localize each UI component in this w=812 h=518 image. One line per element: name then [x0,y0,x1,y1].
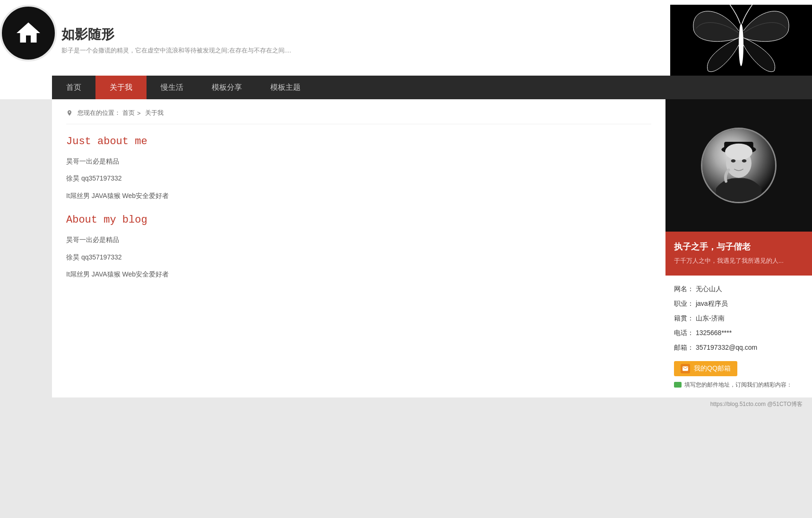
info-email-value: 357197332@qq.com [696,344,757,351]
sidebar-info: 网名： 无心山人 职业： java程序员 籍贯： 山东-济南 电话： 13256… [665,276,812,397]
info-email: 邮箱： 357197332@qq.com [674,343,803,353]
svg-point-7 [725,144,752,160]
nav-item-template-theme[interactable]: 模板主题 [256,76,315,99]
location-icon [66,110,73,116]
home-button[interactable] [0,5,57,61]
info-job: 职业： java程序员 [674,299,803,309]
about-blog-line-3: It屌丝男 JAVA猿猴 Web安全爱好者 [66,269,651,279]
about-blog-line-2: 徐昊 qq357197332 [66,252,651,262]
about-me-line-1: 昊哥一出必是精品 [66,156,651,166]
subscribe-row: 填写您的邮件地址，订阅我们的精彩内容： [674,381,803,389]
breadcrumb-current: 关于我 [145,109,164,117]
nav-item-template-share[interactable]: 模板分享 [198,76,256,99]
footer-watermark: https://blog.51cto.com @51CTO博客 [710,400,803,408]
site-description: 影子是一个会撒谎的精灵，它在虚空中流浪和等待被发现之间;在存在与不存在之间...… [61,46,661,55]
breadcrumb-separator: > [137,110,141,117]
avatar-svg [702,128,775,203]
subscribe-text: 填写您的邮件地址，订阅我们的精彩内容： [684,381,792,389]
subscribe-icon [674,382,682,388]
nav-item-about[interactable]: 关于我 [95,76,147,99]
section-title-about-me: Just about me [66,136,651,147]
qq-email-button[interactable]: 我的QQ邮箱 [674,361,737,376]
sidebar-quote-title: 执子之手，与子偕老 [674,241,803,252]
info-job-label: 职业： [674,300,694,307]
home-icon [14,19,43,47]
sidebar-profile-image [665,99,812,232]
section-about-me: Just about me 昊哥一出必是精品 徐昊 qq357197332 It… [66,136,651,201]
nav-bar: 首页 关于我 慢生活 模板分享 模板主题 [52,76,812,99]
info-phone: 电话： 1325668**** [674,328,803,338]
envelope-icon [682,365,689,372]
info-phone-label: 电话： [674,329,694,337]
info-hometown-value: 山东-济南 [696,314,725,322]
info-nickname-label: 网名： [674,285,694,293]
sidebar-quote: 执子之手，与子偕老 于千万人之中，我遇见了我所遇见的人... [665,232,812,276]
main-content: 您现在的位置： 首页 > 关于我 Just about me 昊哥一出必是精品 … [52,99,665,397]
breadcrumb-prefix: 您现在的位置： [78,109,121,117]
breadcrumb: 您现在的位置： 首页 > 关于我 [66,109,651,124]
avatar-placeholder [702,129,775,202]
svg-point-9 [742,159,747,163]
about-me-line-2: 徐昊 qq357197332 [66,173,651,183]
sidebar: 执子之手，与子偕老 于千万人之中，我遇见了我所遇见的人... 网名： 无心山人 … [665,99,812,397]
butterfly-svg [680,5,803,76]
info-job-value: java程序员 [696,300,728,307]
nav-item-life[interactable]: 慢生活 [147,76,198,99]
info-hometown-label: 籍贯： [674,314,694,322]
qq-email-label: 我的QQ邮箱 [694,364,731,373]
avatar [701,128,777,203]
site-title: 如影随形 [61,26,661,43]
info-email-label: 邮箱： [674,344,694,351]
header-text: 如影随形 影子是一个会撒谎的精灵，它在虚空中流浪和等待被发现之间;在存在与不存在… [52,21,670,60]
sidebar-quote-text: 于千万人之中，我遇见了我所遇见的人... [674,256,803,266]
footer-bar: https://blog.51cto.com @51CTO博客 [0,397,812,412]
site-header: 如影随形 影子是一个会撒谎的精灵，它在虚空中流浪和等待被发现之间;在存在与不存在… [0,0,812,99]
info-nickname-value: 无心山人 [696,285,722,293]
header-inner: 如影随形 影子是一个会撒谎的精灵，它在虚空中流浪和等待被发现之间;在存在与不存在… [52,0,812,76]
content-area: 您现在的位置： 首页 > 关于我 Just about me 昊哥一出必是精品 … [52,99,812,397]
nav-item-home[interactable]: 首页 [52,76,95,99]
info-nickname: 网名： 无心山人 [674,284,803,294]
butterfly-decoration [670,5,812,76]
qq-icon [681,364,690,373]
section-title-about-blog: About my blog [66,214,651,226]
info-phone-value: 1325668**** [696,329,732,337]
breadcrumb-home[interactable]: 首页 [122,109,135,117]
page-wrapper: 如影随形 影子是一个会撒谎的精灵，它在虚空中流浪和等待被发现之间;在存在与不存在… [0,0,812,412]
section-about-blog: About my blog 昊哥一出必是精品 徐昊 qq357197332 It… [66,214,651,279]
svg-point-8 [731,159,736,163]
about-blog-line-1: 昊哥一出必是精品 [66,234,651,245]
info-hometown: 籍贯： 山东-济南 [674,313,803,323]
about-me-line-3: It屌丝男 JAVA猿猴 Web安全爱好者 [66,190,651,201]
svg-point-0 [739,24,743,66]
